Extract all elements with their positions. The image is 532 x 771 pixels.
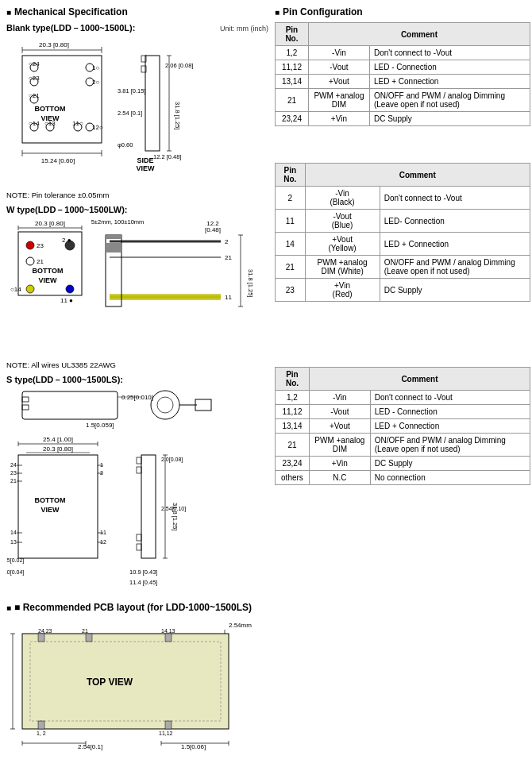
- pin-no: 23: [276, 279, 306, 302]
- svg-text:VIEW: VIEW: [40, 506, 60, 514]
- pcb-layout-section: ■ Recommended PCB layout (for LDD-1000~1…: [0, 596, 532, 762]
- pin-comment: ON/OFF and PWM / analog Dimming (Leave o…: [370, 434, 530, 457]
- pin-table-3: Pin No. Comment 1,2 -Vin Don't connect t…: [275, 367, 530, 485]
- pin-comment: Don't connect to -Vout: [370, 391, 530, 405]
- s-type-svg: 0.25[0.010] 1.5[0.059] 25.4 [1.00]: [6, 387, 253, 586]
- pin-no: 1,2: [276, 391, 310, 405]
- svg-text:○23: ○23: [29, 75, 40, 82]
- pin-comment: DC Supply: [369, 112, 530, 126]
- s-type-label: S type(LDD－1000~1500LS):: [6, 374, 268, 386]
- svg-text:1, 2: 1, 2: [37, 731, 46, 736]
- svg-text:2 ●: 2 ●: [62, 237, 71, 244]
- svg-text:BOTTOM: BOTTOM: [35, 105, 66, 113]
- svg-text:0.25[0.010]: 0.25[0.010]: [121, 394, 153, 401]
- s-type-drawing: 0.25[0.010] 1.5[0.059] 25.4 [1.00]: [6, 387, 268, 588]
- svg-text:3.81 [0.15]: 3.81 [0.15]: [118, 87, 145, 94]
- svg-text:VIEW: VIEW: [38, 276, 57, 284]
- svg-text:23: 23: [10, 470, 17, 476]
- svg-text:25.4 [1.00]: 25.4 [1.00]: [43, 436, 73, 443]
- svg-text:○14: ○14: [29, 120, 40, 127]
- svg-text:15.24 [0.60]: 15.24 [0.60]: [41, 157, 75, 164]
- pin-func: -Vout(Blue): [305, 210, 380, 233]
- svg-rect-117: [137, 457, 141, 464]
- svg-text:2: 2: [100, 470, 103, 476]
- svg-text:11: 11: [225, 294, 232, 301]
- svg-text:13: 13: [10, 539, 17, 545]
- table-row: 21 PWM +analog DIM (White) ON/OFF and PW…: [276, 256, 530, 279]
- svg-point-57: [26, 285, 34, 293]
- table-row: 21 PWM +analog DIM ON/OFF and PWM / anal…: [276, 89, 530, 112]
- blank-type-svg: 20.3 [0.80] ○24 ○23 ○21 1○: [6, 36, 253, 187]
- page: Mechanical Specification Blank type(LDD－…: [0, 0, 532, 596]
- svg-rect-137: [165, 634, 172, 642]
- svg-rect-141: [165, 721, 172, 729]
- pin-func: -Vin: [308, 46, 369, 60]
- svg-text:20.3 [0.80]: 20.3 [0.80]: [43, 445, 73, 453]
- svg-rect-71: [106, 235, 121, 239]
- svg-text:SIDE: SIDE: [137, 156, 153, 164]
- pin-config-title: Pin Configuration: [283, 6, 363, 17]
- svg-text:○14: ○14: [10, 286, 21, 293]
- svg-text:11.4 [0.45]: 11.4 [0.45]: [129, 579, 157, 586]
- table-row: 23 +Vin(Red) DC Supply: [276, 279, 530, 302]
- svg-text:11 ●: 11 ●: [60, 297, 73, 304]
- svg-point-51: [26, 241, 34, 249]
- pin-no: 21: [276, 89, 309, 112]
- svg-text:1.5[0.059]: 1.5[0.059]: [86, 422, 114, 429]
- svg-text:1.5[0.06]: 1.5[0.06]: [181, 743, 206, 750]
- pin-func: N.C: [309, 471, 370, 485]
- pin-comment: LED + Connection: [369, 75, 530, 89]
- table-row: 14 +Vout(Yellow) LED + Connection: [276, 233, 530, 256]
- w-type-svg: 20.3 [0.80] 5±2mm, 100±10mm 12.2 [0.48] …: [6, 218, 253, 357]
- svg-text:21: 21: [82, 628, 88, 634]
- svg-text:11: 11: [100, 530, 106, 535]
- svg-text:2.54 [0.1]: 2.54 [0.1]: [118, 110, 142, 117]
- w-type-section: W type(LDD－1000~1500LW): 20.3 [0.80] 5±2…: [6, 204, 268, 369]
- svg-text:31.8 [1.25]: 31.8 [1.25]: [247, 269, 253, 297]
- svg-rect-86: [195, 399, 211, 411]
- svg-text:1: 1: [100, 462, 103, 468]
- pin-comment: DC Supply: [380, 279, 530, 302]
- pin-func: +Vout: [308, 75, 369, 89]
- pin-func: -Vin(Black): [305, 187, 380, 210]
- table-row: 21 PWM +analog DIM ON/OFF and PWM / anal…: [276, 434, 530, 457]
- svg-point-55: [26, 257, 34, 265]
- mech-spec-title: Mechanical Specification: [14, 6, 128, 17]
- pin-comment: No connection: [370, 471, 530, 485]
- pin-table-2-header-comment: Comment: [305, 164, 530, 187]
- blank-type-label: Blank type(LDD－1000~1500L):: [6, 22, 135, 34]
- pin-comment: Don't connect to -Vout: [369, 46, 530, 60]
- table-row: 11 -Vout(Blue) LED- Connection: [276, 210, 530, 233]
- pin-config-header: Pin Configuration: [275, 6, 530, 17]
- svg-text:14,13: 14,13: [161, 628, 175, 634]
- svg-rect-119: [137, 534, 141, 541]
- svg-rect-79: [22, 405, 29, 410]
- svg-rect-29: [145, 56, 160, 151]
- pin-no: 13,14: [276, 75, 309, 89]
- pin-table-1-header-pin: Pin No.: [276, 23, 309, 46]
- svg-rect-77: [22, 391, 118, 419]
- pin-func: PWM +analog DIM: [308, 89, 369, 112]
- svg-text:12: 12: [100, 539, 106, 545]
- svg-text:24,23: 24,23: [38, 628, 52, 634]
- svg-text:VIEW: VIEW: [40, 114, 60, 122]
- pin-no: 11,12: [276, 60, 309, 75]
- svg-rect-118: [137, 467, 141, 473]
- svg-text:VIEW: VIEW: [136, 164, 155, 172]
- svg-text:20.3 [0.80]: 20.3 [0.80]: [35, 220, 65, 227]
- svg-rect-135: [86, 634, 92, 642]
- pin-comment: LED - Connection: [369, 60, 530, 75]
- svg-text:TOP VIEW: TOP VIEW: [87, 677, 133, 688]
- pin-func: +Vout: [309, 419, 370, 434]
- blank-type-note: NOTE: Pin tolerance ±0.05mm: [6, 191, 268, 199]
- svg-text:14: 14: [10, 530, 17, 535]
- pin-no: 14: [276, 233, 306, 256]
- pin-comment: ON/OFF and PWM / analog Dimming (Leave o…: [369, 89, 530, 112]
- pin-no: 21: [276, 256, 306, 279]
- svg-text:2○: 2○: [92, 79, 99, 86]
- pin-comment: LED + Connection: [370, 419, 530, 434]
- pin-no: 1,2: [276, 46, 309, 60]
- table-row: 13,14 +Vout LED + Connection: [276, 419, 530, 434]
- svg-text:11,12: 11,12: [159, 731, 173, 736]
- svg-text:2.54[0.1]: 2.54[0.1]: [78, 743, 102, 750]
